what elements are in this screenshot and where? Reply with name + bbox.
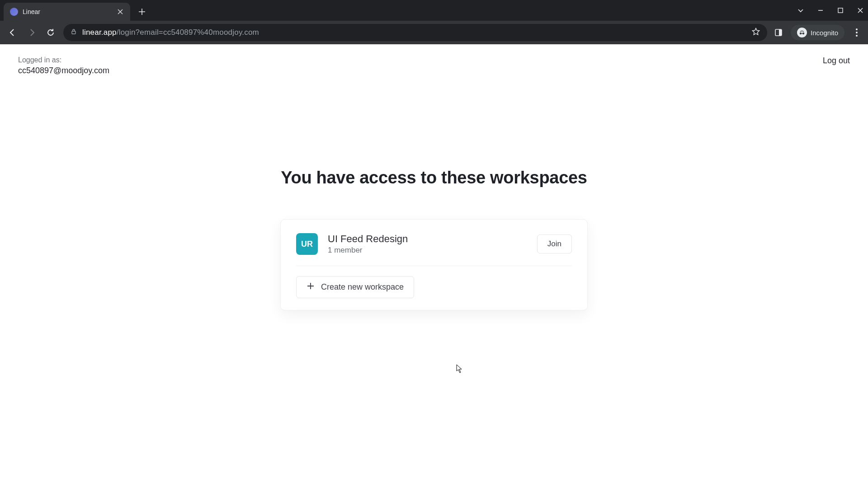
linear-favicon	[10, 8, 18, 16]
mouse-cursor	[456, 364, 462, 373]
new-tab-button[interactable]	[135, 5, 149, 19]
browser-chrome: Linear	[0, 0, 868, 44]
logout-link[interactable]: Log out	[823, 56, 850, 66]
workspace-name: UI Feed Redesign	[328, 233, 527, 245]
logged-in-label: Logged in as:	[18, 56, 109, 64]
create-row: Create new workspace	[296, 266, 572, 298]
url-host: linear.app	[82, 28, 117, 37]
browser-tab[interactable]: Linear	[4, 3, 130, 21]
workspace-card: UR UI Feed Redesign 1 member Join Create…	[280, 219, 588, 310]
page-heading: You have access to these workspaces	[281, 168, 587, 188]
svg-point-8	[856, 35, 858, 37]
incognito-icon	[797, 28, 807, 38]
url-path: /login?email=cc540897%40moodjoy.com	[117, 28, 259, 37]
svg-rect-1	[72, 31, 75, 34]
svg-rect-0	[838, 8, 843, 13]
logged-in-email: cc540897@moodjoy.com	[18, 66, 109, 75]
svg-point-7	[856, 32, 858, 33]
page-top-bar: Logged in as: cc540897@moodjoy.com Log o…	[0, 44, 868, 75]
svg-point-5	[802, 33, 804, 34]
incognito-label: Incognito	[811, 29, 838, 37]
menu-icon[interactable]	[852, 28, 862, 38]
workspace-row: UR UI Feed Redesign 1 member Join	[296, 233, 572, 266]
close-tab-icon[interactable]	[117, 8, 124, 15]
page-content: Logged in as: cc540897@moodjoy.com Log o…	[0, 44, 868, 488]
create-workspace-button[interactable]: Create new workspace	[296, 276, 414, 298]
svg-point-6	[856, 28, 858, 30]
workspace-avatar: UR	[296, 233, 318, 255]
close-window-icon[interactable]	[856, 6, 864, 14]
create-workspace-label: Create new workspace	[321, 282, 404, 292]
toolbar-right: Incognito	[774, 25, 862, 40]
forward-button[interactable]	[25, 26, 38, 39]
bookmark-icon[interactable]	[752, 28, 760, 38]
minimize-icon[interactable]	[816, 6, 825, 14]
workspace-texts: UI Feed Redesign 1 member	[328, 233, 527, 255]
window-controls	[797, 0, 864, 21]
tab-title: Linear	[23, 8, 112, 15]
back-button[interactable]	[6, 26, 19, 39]
extensions-icon[interactable]	[774, 28, 783, 38]
svg-point-4	[800, 33, 802, 34]
plus-icon	[307, 282, 315, 292]
address-bar: linear.app/login?email=cc540897%40moodjo…	[0, 21, 868, 44]
tab-strip: Linear	[0, 0, 868, 21]
chevron-down-icon[interactable]	[797, 6, 805, 14]
url-text: linear.app/login?email=cc540897%40moodjo…	[82, 28, 259, 37]
incognito-indicator[interactable]: Incognito	[791, 25, 844, 40]
reload-button[interactable]	[44, 26, 57, 39]
lock-icon	[71, 28, 77, 37]
workspace-members: 1 member	[328, 246, 527, 255]
join-button[interactable]: Join	[537, 235, 572, 253]
logged-in-info: Logged in as: cc540897@moodjoy.com	[18, 56, 109, 75]
url-input[interactable]: linear.app/login?email=cc540897%40moodjo…	[63, 24, 767, 41]
svg-rect-3	[779, 29, 782, 36]
main-center: You have access to these workspaces UR U…	[0, 168, 868, 310]
maximize-icon[interactable]	[836, 6, 844, 14]
